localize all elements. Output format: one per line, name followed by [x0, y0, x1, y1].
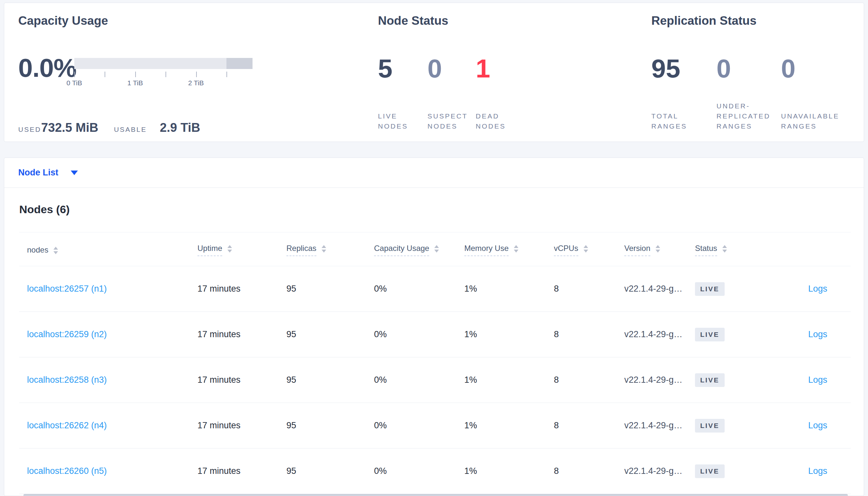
capacity-axis-ticks	[74, 72, 253, 77]
unavailable-ranges-label: UNAVAILABLE RANGES	[781, 111, 859, 131]
usable-value: 2.9 TiB	[160, 121, 200, 135]
dead-nodes-stat: 1 DEAD NODES	[476, 56, 531, 131]
total-ranges-stat: 95 TOTAL RANGES	[651, 56, 717, 131]
logs-link[interactable]: Logs	[808, 466, 827, 476]
replicas-cell: 95	[286, 375, 374, 385]
uptime-cell: 17 minutes	[197, 420, 286, 431]
live-nodes-value: 5	[378, 56, 428, 82]
sort-icon	[321, 244, 326, 252]
node-list-dropdown-label[interactable]: Node List	[18, 168, 58, 178]
sort-icon	[722, 244, 727, 252]
version-cell: v22.1.4-29-g…	[624, 420, 695, 431]
column-header-nodes[interactable]: nodes	[19, 245, 197, 255]
replication-status-section: Replication Status 95 TOTAL RANGES 0 UND…	[642, 3, 864, 142]
live-nodes-label: LIVE NODES	[378, 111, 428, 131]
capacity-cell: 0%	[374, 420, 464, 431]
nodes-table: nodes Uptime Replicas Capacity Usage	[19, 232, 851, 496]
sort-icon	[227, 244, 232, 252]
dead-nodes-value: 1	[476, 56, 531, 82]
under-replicated-ranges-value: 0	[717, 56, 781, 82]
sort-icon	[514, 244, 519, 252]
capacity-cell: 0%	[374, 284, 464, 294]
unavailable-ranges-stat: 0 UNAVAILABLE RANGES	[781, 56, 859, 131]
capacity-axis-labels: 0 TiB 1 TiB 2 TiB	[74, 79, 253, 88]
node-list-body: Nodes (6) nodes Uptime Replicas	[4, 201, 864, 496]
logs-link[interactable]: Logs	[808, 420, 827, 430]
memory-cell: 1%	[464, 420, 554, 431]
capacity-used-usable-row: USED 732.5 MiB USABLE 2.9 TiB	[18, 121, 368, 135]
total-ranges-value: 95	[651, 56, 717, 82]
capacity-bar-block: 0 TiB 1 TiB 2 TiB	[74, 55, 253, 88]
capacity-cell: 0%	[374, 375, 464, 385]
column-header-version[interactable]: Version	[624, 244, 695, 256]
caret-down-icon	[71, 171, 78, 175]
used-label: USED	[18, 126, 41, 134]
replicas-cell: 95	[286, 466, 374, 476]
capacity-bar	[74, 58, 253, 69]
logs-link[interactable]: Logs	[808, 329, 827, 339]
sort-icon	[434, 244, 439, 252]
node-list-dropdown[interactable]: Node List	[4, 158, 864, 188]
vcpus-cell: 8	[554, 420, 624, 431]
status-badge: LIVE	[695, 282, 724, 296]
capacity-usage-section: Capacity Usage 0.0%	[4, 3, 368, 142]
used-value: 732.5 MiB	[41, 121, 98, 135]
usable-label: USABLE	[114, 126, 147, 134]
vcpus-cell: 8	[554, 284, 624, 294]
sort-icon	[584, 244, 588, 252]
table-row: localhost:26259 (n2) 17 minutes 95 0% 1%…	[19, 312, 851, 357]
vcpus-cell: 8	[554, 466, 624, 476]
capacity-bar-dark-segment	[226, 58, 253, 69]
uptime-cell: 17 minutes	[197, 466, 286, 476]
axis-label-2tib: 2 TiB	[188, 79, 204, 87]
table-row: localhost:26258 (n3) 17 minutes 95 0% 1%…	[19, 357, 851, 403]
replication-stats: 95 TOTAL RANGES 0 UNDER-REPLICATED RANGE…	[651, 56, 864, 131]
column-header-replicas[interactable]: Replicas	[286, 244, 374, 256]
column-header-status[interactable]: Status	[695, 244, 765, 256]
table-row: localhost:26257 (n1) 17 minutes 95 0% 1%…	[19, 266, 851, 312]
sort-icon	[656, 244, 660, 252]
version-cell: v22.1.4-29-g…	[624, 284, 695, 294]
capacity-usage-chart: 0.0% 0 TiB 1 TiB	[18, 55, 368, 88]
table-row: localhost:26260 (n5) 17 minutes 95 0% 1%…	[19, 449, 851, 494]
sort-icon	[54, 245, 58, 254]
axis-label-0tib: 0 TiB	[66, 79, 82, 87]
node-link[interactable]: localhost:26259 (n2)	[27, 329, 107, 339]
vcpus-cell: 8	[554, 375, 624, 385]
horizontal-scrollbar[interactable]	[24, 494, 848, 496]
suspect-nodes-label: SUSPECT NODES	[428, 111, 476, 131]
status-badge: LIVE	[695, 464, 724, 478]
memory-cell: 1%	[464, 375, 554, 385]
version-cell: v22.1.4-29-g…	[624, 375, 695, 385]
under-replicated-ranges-label: UNDER-REPLICATED RANGES	[717, 101, 781, 131]
version-cell: v22.1.4-29-g…	[624, 329, 695, 339]
node-link[interactable]: localhost:26262 (n4)	[27, 420, 107, 430]
column-header-capacity-usage[interactable]: Capacity Usage	[374, 244, 464, 256]
column-header-uptime[interactable]: Uptime	[197, 244, 286, 256]
logs-link[interactable]: Logs	[808, 375, 827, 385]
node-link[interactable]: localhost:26257 (n1)	[27, 284, 107, 294]
column-header-memory-use[interactable]: Memory Use	[464, 244, 554, 256]
capacity-cell: 0%	[374, 466, 464, 476]
node-link[interactable]: localhost:26260 (n5)	[27, 466, 107, 476]
logs-link[interactable]: Logs	[808, 284, 827, 294]
suspect-nodes-value: 0	[428, 56, 476, 82]
replicas-cell: 95	[286, 420, 374, 431]
status-badge: LIVE	[695, 373, 724, 387]
memory-cell: 1%	[464, 284, 554, 294]
memory-cell: 1%	[464, 466, 554, 476]
unavailable-ranges-value: 0	[781, 56, 859, 82]
uptime-cell: 17 minutes	[197, 329, 286, 339]
live-nodes-stat: 5 LIVE NODES	[378, 56, 428, 131]
column-header-vcpus[interactable]: vCPUs	[554, 244, 624, 256]
vcpus-cell: 8	[554, 329, 624, 339]
capacity-cell: 0%	[374, 329, 464, 339]
node-status-stats: 5 LIVE NODES 0 SUSPECT NODES 1 DEAD NODE…	[378, 56, 642, 131]
uptime-cell: 17 minutes	[197, 375, 286, 385]
replication-status-title: Replication Status	[651, 13, 864, 28]
memory-cell: 1%	[464, 329, 554, 339]
node-link[interactable]: localhost:26258 (n3)	[27, 375, 107, 385]
total-ranges-label: TOTAL RANGES	[651, 111, 717, 131]
version-cell: v22.1.4-29-g…	[624, 466, 695, 476]
replicas-cell: 95	[286, 284, 374, 294]
